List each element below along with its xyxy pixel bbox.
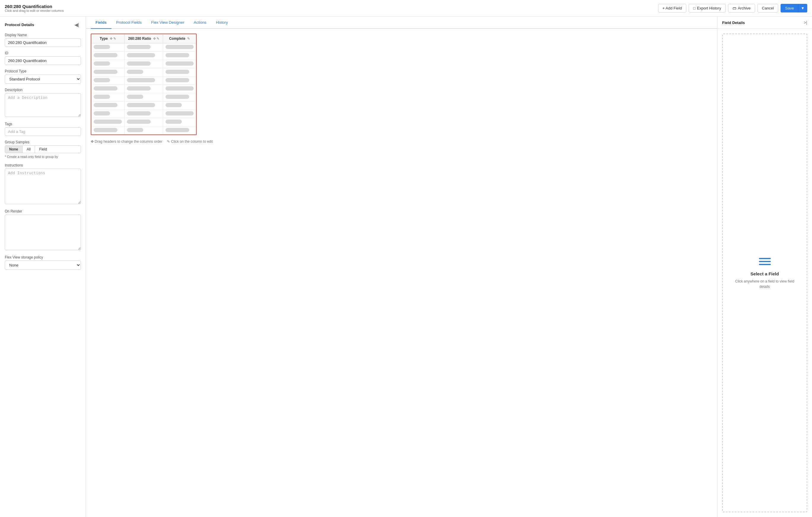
tags-row: Tags: [5, 122, 81, 136]
top-bar: 260:280 Quantification Click and drag to…: [0, 0, 812, 17]
table-row[interactable]: [91, 110, 196, 118]
table-cell: [124, 85, 163, 93]
tags-input[interactable]: [5, 127, 81, 136]
group-all-button[interactable]: All: [23, 146, 35, 153]
table-cell: [91, 93, 124, 102]
on-render-row: On Render: [5, 209, 81, 251]
table-row[interactable]: [91, 93, 196, 102]
table-cell: [91, 68, 124, 77]
table-header-row: Type ✥✎ 260:280 Ratio ✥✎ Complete ✎: [91, 34, 196, 43]
group-samples-hint: * Create a read-only field to group by: [5, 155, 81, 159]
protocol-type-row: Protocol Type Standard Protocol Custom P…: [5, 69, 81, 84]
tags-label: Tags: [5, 122, 81, 126]
svg-rect-2: [759, 264, 771, 265]
group-samples-buttons: None All Field: [5, 145, 81, 153]
table-cell: [163, 52, 196, 60]
tabs-bar: Fields Protocol Fields Flex View Designe…: [86, 17, 717, 29]
table-row[interactable]: [91, 85, 196, 93]
description-textarea[interactable]: [5, 93, 81, 117]
tab-protocol-fields[interactable]: Protocol Fields: [112, 17, 146, 29]
right-panel: Field Details >| Select a Field Click an…: [717, 17, 812, 517]
export-history-button[interactable]: □ Export History: [689, 4, 726, 12]
display-name-row: Display Name: [5, 33, 81, 47]
table-cell: [91, 60, 124, 68]
table-cell: [163, 77, 196, 85]
edit-icon[interactable]: ✎: [113, 37, 116, 40]
table-cell: [124, 60, 163, 68]
right-panel-header: Field Details >|: [717, 17, 812, 29]
instructions-row: Instructions: [5, 163, 81, 205]
svg-rect-0: [759, 258, 771, 259]
col-ratio-header[interactable]: 260:280 Ratio ✥✎: [124, 34, 163, 43]
lines-icon: [759, 257, 771, 267]
save-dropdown-button[interactable]: ▼: [799, 4, 807, 12]
table-row[interactable]: [91, 68, 196, 77]
table-row[interactable]: [91, 127, 196, 135]
id-row: ID: [5, 51, 81, 65]
table-row[interactable]: [91, 43, 196, 52]
table-row[interactable]: [91, 52, 196, 60]
table-row[interactable]: [91, 60, 196, 68]
description-label: Description: [5, 88, 81, 92]
table-row[interactable]: [91, 102, 196, 110]
sidebar-collapse-button[interactable]: ◀|: [72, 21, 81, 28]
add-field-button[interactable]: + Add Field: [658, 4, 686, 12]
col-type-header[interactable]: Type ✥✎: [91, 34, 124, 43]
protocol-type-select[interactable]: Standard Protocol Custom Protocol: [5, 75, 81, 84]
protocol-type-label: Protocol Type: [5, 69, 81, 73]
table-cell: [124, 52, 163, 60]
table-cell: [124, 127, 163, 135]
table-cell: [91, 110, 124, 118]
col-complete-header[interactable]: Complete ✎: [163, 34, 196, 43]
description-row: Description: [5, 88, 81, 118]
table-row[interactable]: [91, 118, 196, 127]
table-cell: [124, 118, 163, 127]
table-cell: [91, 127, 124, 135]
fields-table: Type ✥✎ 260:280 Ratio ✥✎ Complete ✎: [91, 34, 196, 134]
sidebar-header: Protocol Details ◀|: [5, 21, 81, 28]
instructions-textarea[interactable]: [5, 169, 81, 204]
table-cell: [163, 93, 196, 102]
main-layout: Protocol Details ◀| Display Name ID Prot…: [0, 17, 812, 517]
table-cell: [163, 127, 196, 135]
save-group: Save ▼: [781, 4, 807, 12]
table-row[interactable]: [91, 77, 196, 85]
tab-history[interactable]: History: [211, 17, 233, 29]
export-icon: □: [693, 6, 695, 10]
id-input[interactable]: [5, 56, 81, 65]
right-panel-body: Select a Field Click anywhere on a field…: [722, 33, 807, 512]
group-field-button[interactable]: Field: [35, 146, 51, 153]
on-render-label: On Render: [5, 209, 81, 213]
right-panel-expand-button[interactable]: >|: [804, 20, 807, 25]
fields-content: Type ✥✎ 260:280 Ratio ✥✎ Complete ✎: [86, 29, 717, 517]
display-name-input[interactable]: [5, 38, 81, 47]
archive-icon: 🗃: [732, 6, 736, 10]
page-subtitle: Click and drag to edit or reorder column…: [5, 9, 64, 12]
group-none-button[interactable]: None: [5, 146, 23, 153]
sidebar-title: Protocol Details: [5, 23, 34, 27]
table-cell: [163, 118, 196, 127]
table-cell: [163, 60, 196, 68]
tab-flex-view-designer[interactable]: Flex View Designer: [146, 17, 189, 29]
cancel-button[interactable]: Cancel: [757, 4, 778, 12]
table-cell: [163, 68, 196, 77]
on-render-textarea[interactable]: [5, 215, 81, 250]
title-block: 260:280 Quantification Click and drag to…: [5, 4, 64, 12]
table-cell: [91, 77, 124, 85]
table-cell: [124, 43, 163, 52]
drag-icon: ✥: [153, 37, 156, 40]
table-cell: [124, 93, 163, 102]
table-cell: [124, 68, 163, 77]
tab-actions[interactable]: Actions: [189, 17, 211, 29]
id-label: ID: [5, 51, 81, 55]
archive-button[interactable]: 🗃 Archive: [728, 4, 755, 12]
edit-icon[interactable]: ✎: [156, 37, 159, 40]
tab-fields[interactable]: Fields: [91, 17, 112, 29]
edit-icon[interactable]: ✎: [187, 37, 190, 40]
svg-rect-1: [759, 261, 771, 262]
flex-view-select[interactable]: None Always Never: [5, 261, 81, 270]
select-field-title: Select a Field: [751, 271, 779, 276]
table-cell: [124, 110, 163, 118]
save-button[interactable]: Save: [781, 4, 799, 12]
flex-view-row: Flex View storage policy None Always Nev…: [5, 255, 81, 270]
